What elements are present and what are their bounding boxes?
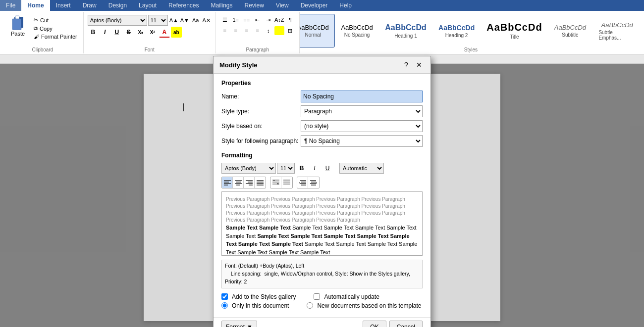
style-subtitle[interactable]: AaBbCcDd Subtitle bbox=[548, 14, 592, 47]
align-center-btn[interactable] bbox=[233, 177, 244, 188]
align-buttons-row: ≡ ≡ ≡ ≡ ↕ ⊞ bbox=[220, 26, 295, 36]
change-case-button[interactable]: Aa bbox=[191, 15, 201, 25]
align-center-button[interactable]: ≡ bbox=[231, 26, 241, 36]
style-title[interactable]: AaBbCcDd Title bbox=[481, 14, 548, 47]
tab-file[interactable]: File bbox=[0, 0, 21, 11]
clipboard-small-buttons: ✂ Cut ⧉ Copy 🖌 Format Painter bbox=[32, 13, 79, 41]
tab-layout[interactable]: Layout bbox=[133, 0, 162, 11]
style-based-on-select[interactable]: (no style) bbox=[301, 120, 423, 132]
increase-indent-button[interactable]: ⇥ bbox=[264, 15, 273, 25]
modal-footer: Format ▼ OK Cancel bbox=[214, 317, 430, 327]
sort-button[interactable]: A↕Z bbox=[274, 15, 284, 25]
style-description-box: Font: (Default) +Body (Aptos), Left Line… bbox=[221, 260, 423, 288]
clear-formatting-button[interactable]: A✕ bbox=[202, 15, 212, 25]
style-no-spacing-label: No Spacing bbox=[344, 32, 370, 38]
font-family-select[interactable]: Aptos (Body) bbox=[88, 15, 147, 26]
tab-help[interactable]: Help bbox=[333, 0, 358, 11]
ok-button[interactable]: OK bbox=[363, 321, 386, 327]
increase-font-button[interactable]: A▲ bbox=[169, 15, 179, 25]
align-left-btn[interactable] bbox=[222, 177, 233, 188]
auto-update-checkbox[interactable] bbox=[314, 293, 320, 300]
justify-button[interactable]: ≡ bbox=[253, 26, 263, 36]
strikethrough-button[interactable]: S bbox=[123, 27, 134, 38]
copy-button[interactable]: ⧉ Copy bbox=[32, 24, 79, 33]
tab-insert[interactable]: Insert bbox=[50, 0, 77, 11]
tab-home[interactable]: Home bbox=[21, 0, 50, 11]
show-formatting-button[interactable]: ¶ bbox=[285, 15, 295, 25]
borders-button[interactable]: ⊞ bbox=[285, 26, 295, 36]
format-italic-button[interactable]: I bbox=[309, 163, 321, 174]
underline-button[interactable]: U bbox=[111, 27, 122, 38]
preview-previous-text: Previous Paragraph Previous Paragraph Pr… bbox=[226, 196, 418, 224]
list-buttons-row: ☰ 1≡ ≡≡ ⇤ ⇥ A↕Z ¶ bbox=[220, 15, 295, 25]
line-spacing-increase-btn[interactable] bbox=[270, 177, 281, 188]
line-spacing-button[interactable]: ↕ bbox=[264, 26, 273, 36]
new-docs-radio[interactable] bbox=[307, 302, 313, 309]
tab-draw[interactable]: Draw bbox=[77, 0, 103, 11]
tab-developer[interactable]: Developer bbox=[295, 0, 334, 11]
align-justify-btn[interactable] bbox=[255, 177, 266, 188]
tab-design[interactable]: Design bbox=[103, 0, 133, 11]
format-color-select[interactable]: Automatic bbox=[339, 163, 384, 174]
paragraph-group: ☰ 1≡ ≡≡ ⇤ ⇥ A↕Z ¶ ≡ ≡ ≡ ≡ ↕ ⊞ bbox=[216, 12, 300, 53]
tab-view[interactable]: View bbox=[270, 0, 295, 11]
subscript-button[interactable]: X₂ bbox=[135, 27, 146, 38]
decrease-indent-btn[interactable] bbox=[297, 177, 308, 188]
following-para-label: Style for following paragraph: bbox=[221, 138, 301, 144]
decrease-font-button[interactable]: A▼ bbox=[180, 15, 190, 25]
tab-references[interactable]: References bbox=[162, 0, 205, 11]
align-right-icon bbox=[246, 180, 253, 186]
style-heading2[interactable]: AaBbCcDd Heading 2 bbox=[432, 14, 481, 47]
styles-group-label: Styles bbox=[300, 47, 642, 52]
font-size-select[interactable]: 11 bbox=[148, 15, 168, 26]
italic-button[interactable]: I bbox=[100, 27, 110, 38]
format-dropdown-button[interactable]: Format ▼ bbox=[221, 321, 257, 327]
bullets-button[interactable]: ☰ bbox=[220, 15, 230, 25]
multilevel-list-button[interactable]: ≡≡ bbox=[242, 15, 252, 25]
tab-review[interactable]: Review bbox=[239, 0, 270, 11]
format-painter-label: Format Painter bbox=[41, 34, 77, 40]
format-bold-button[interactable]: B bbox=[296, 163, 308, 174]
format-toolbar: Aptos (Body) 11 B I U Automatic bbox=[221, 163, 423, 174]
paste-icon bbox=[10, 15, 25, 31]
numbering-button[interactable]: 1≡ bbox=[231, 15, 241, 25]
align-left-button[interactable]: ≡ bbox=[220, 26, 230, 36]
format-font-select[interactable]: Aptos (Body) bbox=[221, 163, 276, 174]
paste-button[interactable]: Paste bbox=[6, 13, 30, 39]
superscript-button[interactable]: X² bbox=[147, 27, 158, 38]
style-type-select[interactable]: Paragraph bbox=[301, 105, 423, 117]
style-heading1[interactable]: AaBbCcDd Heading 1 bbox=[379, 14, 432, 47]
only-this-doc-label[interactable]: Only in this document bbox=[232, 302, 289, 309]
modal-overlay: Modify Style ? ✕ Properties Name: Style … bbox=[0, 64, 644, 327]
new-docs-label[interactable]: New documents based on this template bbox=[317, 302, 421, 309]
line-spacing-decrease-btn[interactable] bbox=[281, 177, 292, 188]
cancel-button[interactable]: Cancel bbox=[389, 321, 423, 327]
indent-group bbox=[297, 177, 320, 188]
tab-mailings[interactable]: Mailings bbox=[205, 0, 238, 11]
increase-indent-btn[interactable] bbox=[308, 177, 319, 188]
bold-button[interactable]: B bbox=[88, 27, 99, 38]
modal-help-button[interactable]: ? bbox=[401, 59, 412, 70]
add-to-gallery-checkbox[interactable] bbox=[221, 293, 228, 300]
style-no-spacing[interactable]: AaBbCcDd No Spacing bbox=[335, 14, 379, 47]
font-color-button[interactable]: A bbox=[159, 27, 170, 38]
add-to-gallery-label[interactable]: Add to the Styles gallery bbox=[232, 293, 296, 300]
copy-icon: ⧉ bbox=[34, 25, 38, 32]
modal-close-button[interactable]: ✕ bbox=[414, 59, 425, 70]
auto-update-label[interactable]: Automatically update bbox=[324, 293, 379, 300]
only-this-doc-radio[interactable] bbox=[221, 302, 228, 309]
format-underline-button[interactable]: U bbox=[322, 163, 333, 174]
style-normal[interactable]: AaBbCcDd Normal bbox=[300, 14, 335, 47]
svg-rect-2 bbox=[15, 16, 19, 19]
name-input[interactable] bbox=[301, 91, 423, 102]
highlight-button[interactable]: ab bbox=[171, 27, 182, 38]
style-subtle-emphasis[interactable]: AaBbCcDd Subtle Emphas... bbox=[592, 14, 642, 47]
align-right-button[interactable]: ≡ bbox=[242, 26, 252, 36]
following-para-select[interactable]: ¶ No Spacing bbox=[301, 135, 423, 147]
format-painter-button[interactable]: 🖌 Format Painter bbox=[32, 33, 79, 41]
shading-button[interactable] bbox=[274, 26, 284, 35]
format-size-select[interactable]: 11 bbox=[277, 163, 295, 174]
align-right-btn[interactable] bbox=[244, 177, 255, 188]
decrease-indent-button[interactable]: ⇤ bbox=[253, 15, 263, 25]
cut-button[interactable]: ✂ Cut bbox=[32, 16, 79, 24]
